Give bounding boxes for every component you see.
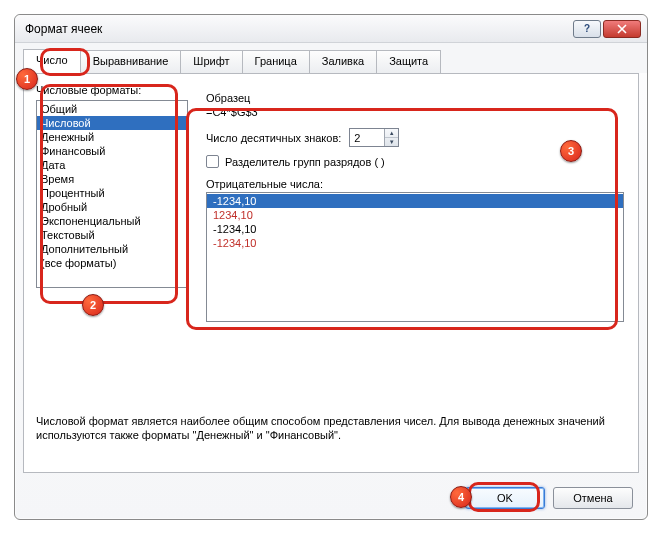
- titlebar: Формат ячеек: [15, 15, 647, 43]
- spinner-up-icon[interactable]: ▲: [385, 129, 398, 138]
- format-options-area: Образец =C4*$G$3 Число десятичных знаков…: [206, 92, 624, 322]
- negative-numbers-label: Отрицательные числа:: [206, 178, 624, 190]
- category-item[interactable]: Числовой: [37, 116, 187, 130]
- dialog-footer: OK Отмена: [465, 487, 633, 509]
- sample-value: =C4*$G$3: [206, 106, 624, 118]
- tab-protection[interactable]: Защита: [376, 50, 441, 74]
- category-listbox[interactable]: Общий Числовой Денежный Финансовый Дата …: [36, 100, 188, 288]
- negative-option[interactable]: -1234,10: [207, 194, 623, 208]
- negative-option[interactable]: -1234,10: [207, 236, 623, 250]
- negative-option[interactable]: -1234,10: [207, 222, 623, 236]
- category-item[interactable]: Денежный: [37, 130, 187, 144]
- spinner-down-icon[interactable]: ▼: [385, 138, 398, 146]
- tab-border[interactable]: Граница: [242, 50, 310, 74]
- category-item[interactable]: Дополнительный: [37, 242, 187, 256]
- category-item[interactable]: Финансовый: [37, 144, 187, 158]
- annotation-badge-2: 2: [82, 294, 104, 316]
- ok-button[interactable]: OK: [465, 487, 545, 509]
- tab-alignment[interactable]: Выравнивание: [80, 50, 182, 74]
- decimal-places-label: Число десятичных знаков:: [206, 132, 341, 144]
- sample-label: Образец: [206, 92, 624, 104]
- category-item[interactable]: Дробный: [37, 200, 187, 214]
- category-item[interactable]: (все форматы): [37, 256, 187, 270]
- thousands-separator-checkbox[interactable]: [206, 155, 219, 168]
- decimal-places-spinner[interactable]: ▲ ▼: [349, 128, 399, 147]
- decimal-places-input[interactable]: [350, 129, 384, 146]
- window-title: Формат ячеек: [25, 22, 571, 36]
- negative-numbers-listbox[interactable]: -1234,10 1234,10 -1234,10 -1234,10: [206, 192, 624, 322]
- category-item[interactable]: Время: [37, 172, 187, 186]
- annotation-badge-3: 3: [560, 140, 582, 162]
- close-icon: [617, 24, 627, 34]
- category-item[interactable]: Общий: [37, 102, 187, 116]
- category-item[interactable]: Экспоненциальный: [37, 214, 187, 228]
- tab-font[interactable]: Шрифт: [180, 50, 242, 74]
- category-item[interactable]: Дата: [37, 158, 187, 172]
- category-item[interactable]: Текстовый: [37, 228, 187, 242]
- tab-strip: Число Выравнивание Шрифт Граница Заливка…: [15, 43, 647, 73]
- format-description: Числовой формат является наиболее общим …: [36, 414, 626, 442]
- thousands-separator-label: Разделитель групп разрядов ( ): [225, 156, 385, 168]
- negative-option[interactable]: 1234,10: [207, 208, 623, 222]
- tab-fill[interactable]: Заливка: [309, 50, 377, 74]
- cancel-button[interactable]: Отмена: [553, 487, 633, 509]
- help-button[interactable]: [573, 20, 601, 38]
- category-item[interactable]: Процентный: [37, 186, 187, 200]
- annotation-badge-1: 1: [16, 68, 38, 90]
- tab-panel-number: Числовые форматы: Общий Числовой Денежны…: [23, 73, 639, 473]
- dialog-window: Формат ячеек Число Выравнивание Шрифт Гр…: [14, 14, 648, 520]
- annotation-badge-4: 4: [450, 486, 472, 508]
- close-button[interactable]: [603, 20, 641, 38]
